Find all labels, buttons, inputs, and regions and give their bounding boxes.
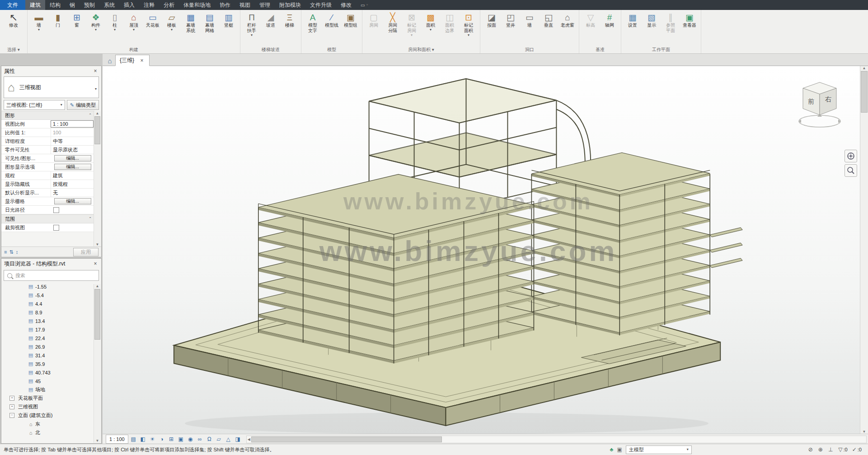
- wall-opening-button[interactable]: ▭ 墙: [520, 11, 539, 46]
- tab-addins[interactable]: 附加模块: [275, 0, 305, 10]
- type-selector[interactable]: ⌂ 三维视图 ▾: [4, 76, 99, 98]
- tab-view[interactable]: 视图: [235, 0, 255, 10]
- model-group-button[interactable]: ▣ 模型组: [341, 11, 360, 46]
- modify-button[interactable]: ↖ 修改: [2, 11, 25, 46]
- scale-button[interactable]: 1 : 100: [106, 435, 128, 444]
- room-button[interactable]: ▢ 房间: [364, 11, 383, 46]
- column-button[interactable]: ▯ 柱 ▾: [105, 11, 124, 46]
- opening-by-face-button[interactable]: ◪ 按面: [482, 11, 501, 46]
- temporary-view-properties-icon[interactable]: ▱: [215, 435, 223, 443]
- window-button[interactable]: ⊞ 窗: [67, 11, 86, 46]
- exclude-options-icon[interactable]: ⊘: [808, 446, 814, 453]
- workplane-panel-label[interactable]: 工作平面: [621, 46, 701, 53]
- viewer-button[interactable]: ▣ 查看器: [680, 11, 699, 46]
- ceiling-button[interactable]: ▭ 天花板: [143, 11, 162, 46]
- properties-list-icon[interactable]: ≡: [4, 249, 7, 255]
- apply-button[interactable]: 应用: [73, 248, 99, 256]
- active-workset-select[interactable]: 主模型 ▾: [626, 446, 692, 454]
- hscroll-thumb[interactable]: [251, 436, 442, 442]
- steering-wheel-icon[interactable]: [845, 150, 857, 162]
- detail-level-icon[interactable]: ▤: [129, 435, 138, 443]
- selection-options-icon[interactable]: ▭▾: [356, 0, 372, 10]
- tree-item-level[interactable]: ▤ -5.4: [1, 291, 94, 299]
- close-view-icon[interactable]: ×: [139, 57, 145, 64]
- tree-item-level[interactable]: ▤ 26.9: [1, 342, 94, 351]
- tab-insert[interactable]: 插入: [119, 0, 139, 10]
- file-menu-button[interactable]: 文件: [0, 0, 25, 10]
- show-analytical-model-icon[interactable]: △: [224, 435, 233, 443]
- tree-expander-icon[interactable]: [22, 431, 26, 435]
- model-line-button[interactable]: ∕ 模型线: [322, 11, 341, 46]
- type-selector-dropdown-icon[interactable]: ▾: [95, 87, 97, 91]
- parts-visibility-row[interactable]: 零件可见性 显示原状态: [1, 146, 94, 154]
- lock-3d-view-icon[interactable]: ◉: [186, 435, 195, 443]
- tree-expander-icon[interactable]: [22, 345, 26, 349]
- edit-type-button[interactable]: ✎ 编辑类型: [67, 100, 99, 110]
- view-scale-row[interactable]: 视图比例 1 : 100: [1, 120, 94, 128]
- show-workplane-button[interactable]: ▧ 显示: [642, 11, 661, 46]
- display-constraints-icon[interactable]: ⊥: [828, 446, 834, 453]
- mullion-button[interactable]: ▥ 竖梃: [219, 11, 238, 46]
- properties-header[interactable]: 属性 ×: [1, 66, 101, 76]
- curtain-system-button[interactable]: ▦ 幕墙 系统: [181, 11, 200, 46]
- sort-ascending-icon[interactable]: ⇅: [9, 249, 13, 255]
- default-analysis-display-row[interactable]: 默认分析显示... 无: [1, 189, 94, 197]
- tree-expander-icon[interactable]: [22, 422, 26, 426]
- tab-annotate[interactable]: 注释: [139, 0, 159, 10]
- model-panel-label[interactable]: 模型: [301, 46, 362, 53]
- level-button[interactable]: ▽ 标高: [581, 11, 600, 46]
- area-boundary-button[interactable]: ◫ 面积 边界: [440, 11, 459, 46]
- stair-button[interactable]: Ξ 楼梯: [280, 11, 299, 46]
- vertical-opening-button[interactable]: ◱ 垂直: [539, 11, 558, 46]
- sort-descending-icon[interactable]: ↕: [16, 249, 19, 255]
- selection-count-icon[interactable]: ✓:0: [852, 446, 862, 453]
- tree-expander-icon[interactable]: [22, 319, 26, 323]
- press-drag-select-icon[interactable]: ⊕: [818, 446, 824, 453]
- tree-item-level[interactable]: ▤ 45: [1, 377, 94, 385]
- wall-button[interactable]: ▬ 墙 ▾: [29, 11, 48, 46]
- view-tab-3d[interactable]: {三维} ×: [115, 55, 150, 66]
- sun-path-icon[interactable]: ☀: [148, 435, 157, 443]
- tree-expander-icon[interactable]: [22, 379, 26, 383]
- viewcube-front-face[interactable]: 前: [808, 98, 814, 105]
- tree-expander-icon[interactable]: +: [9, 396, 14, 401]
- tree-item-ceiling-plans[interactable]: + 天花板平面: [1, 394, 94, 403]
- zoom-icon[interactable]: [845, 164, 857, 177]
- home-icon[interactable]: ⌂: [104, 56, 115, 66]
- dormer-opening-button[interactable]: ⌂ 老虎窗: [558, 11, 577, 46]
- tree-expander-icon[interactable]: [22, 370, 26, 374]
- shadows-icon[interactable]: ◑: [158, 435, 166, 443]
- curtain-grid-button[interactable]: ▤ 幕墙 网格: [200, 11, 219, 46]
- tree-expander-icon[interactable]: [22, 327, 26, 332]
- tree-item-level[interactable]: ▤ 8.9: [1, 308, 94, 317]
- detail-level-row[interactable]: 详细程度 中等: [1, 137, 94, 146]
- railing-button[interactable]: Π 栏杆 扶手 ▾: [242, 11, 261, 46]
- vertical-scrollbar[interactable]: ▲ ▼: [860, 66, 868, 434]
- vscroll-thumb[interactable]: [861, 71, 868, 113]
- worksets-icon[interactable]: ♣: [610, 446, 614, 453]
- ramp-button[interactable]: ◢ 坡道: [261, 11, 280, 46]
- project-browser-header[interactable]: 项目浏览器 - 结构模型.rvt ×: [1, 259, 101, 269]
- stairs-panel-label[interactable]: 楼梯坡道: [240, 46, 301, 53]
- reveal-hidden-elements-icon[interactable]: Ω: [205, 435, 214, 443]
- scale-value-row[interactable]: 比例值 1: 100: [1, 128, 94, 137]
- show-grids-row[interactable]: 显示栅格 编辑...: [1, 197, 94, 206]
- properties-scrollbar[interactable]: ▲▼: [94, 111, 101, 246]
- close-project-browser-icon[interactable]: ×: [92, 261, 99, 267]
- browser-search-input[interactable]: 搜索: [4, 270, 99, 281]
- tree-item-elevations[interactable]: − 立面 (建筑立面): [1, 411, 94, 420]
- tab-analyze[interactable]: 分析: [159, 0, 179, 10]
- tab-architecture[interactable]: 建筑: [25, 0, 45, 10]
- model-3d-view[interactable]: www.bimzyue.com www.bimzyue.com: [103, 66, 860, 434]
- tree-item-level[interactable]: ▤ 22.4: [1, 334, 94, 342]
- tab-systems[interactable]: 系统: [99, 0, 119, 10]
- crop-view-icon[interactable]: ⊞: [167, 435, 176, 443]
- tree-item-level[interactable]: ▤ 31.4: [1, 351, 94, 360]
- area-button[interactable]: ▩ 面积 ▾: [421, 11, 440, 46]
- horizontal-scrollbar[interactable]: ◀: [246, 436, 867, 443]
- tab-manage[interactable]: 管理: [255, 0, 275, 10]
- grid-button[interactable]: # 轴网: [600, 11, 619, 46]
- tree-item-site[interactable]: ▤ 场地: [1, 385, 94, 394]
- tree-expander-icon[interactable]: [22, 353, 26, 357]
- floor-button[interactable]: ▱ 楼板 ▾: [162, 11, 181, 46]
